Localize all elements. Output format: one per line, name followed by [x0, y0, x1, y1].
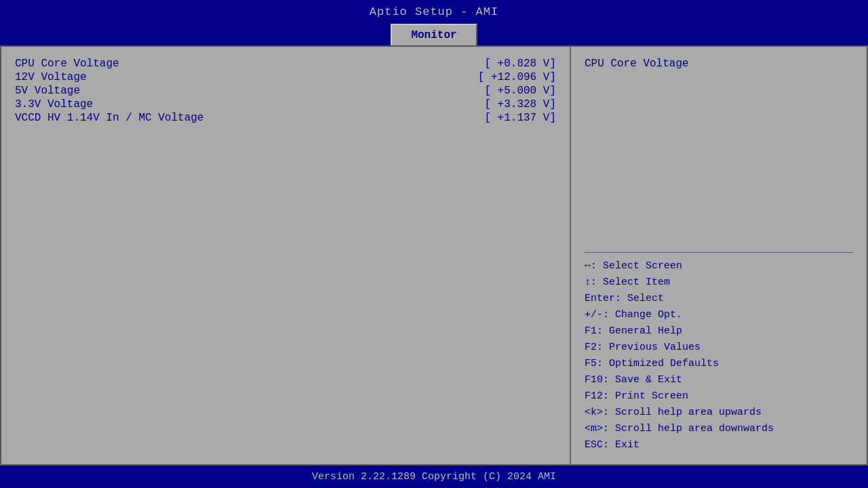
- voltage-value-0: [ +0.828 V]: [484, 58, 556, 70]
- app: Aptio Setup - AMI Monitor CPU Core Volta…: [0, 0, 868, 488]
- key-help-row-7: F10: Save & Exit: [585, 372, 853, 388]
- voltage-value-1: [ +12.096 V]: [478, 71, 556, 83]
- key-help-row-11: ESC: Exit: [585, 437, 853, 453]
- key-help-row-1: ↕: Select Item: [585, 274, 853, 291]
- key-help-row-9: <k>: Scroll help area upwards: [585, 405, 853, 421]
- voltage-row-1: 12V Voltage[ +12.096 V]: [15, 71, 556, 83]
- voltage-row-3: 3.3V Voltage[ +3.328 V]: [15, 98, 556, 110]
- key-help-row-10: <m>: Scroll help area downwards: [585, 421, 853, 437]
- divider: [585, 252, 853, 253]
- key-help-row-6: F5: Optimized Defaults: [585, 356, 853, 372]
- help-description: [585, 78, 853, 247]
- key-help-row-3: +/-: Change Opt.: [585, 307, 853, 323]
- voltage-label-0: CPU Core Voltage: [15, 58, 119, 70]
- help-title: CPU Core Voltage: [585, 58, 853, 70]
- key-help: ↔: Select Screen↕: Select ItemEnter: Sel…: [585, 258, 853, 453]
- voltage-row-0: CPU Core Voltage[ +0.828 V]: [15, 58, 556, 70]
- voltage-value-3: [ +3.328 V]: [484, 98, 556, 110]
- voltage-label-4: VCCD HV 1.14V In / MC Voltage: [15, 112, 203, 124]
- voltage-label-3: 3.3V Voltage: [15, 98, 93, 110]
- key-help-row-4: F1: General Help: [585, 323, 853, 340]
- tab-monitor[interactable]: Monitor: [391, 24, 477, 45]
- app-title: Aptio Setup - AMI: [370, 5, 498, 18]
- key-help-row-0: ↔: Select Screen: [585, 258, 853, 274]
- voltage-label-1: 12V Voltage: [15, 71, 87, 83]
- title-bar: Aptio Setup - AMI: [0, 0, 868, 24]
- footer-text: Version 2.22.1289 Copyright (C) 2024 AMI: [312, 471, 556, 483]
- left-panel: CPU Core Voltage[ +0.828 V]12V Voltage[ …: [1, 47, 571, 464]
- voltage-value-2: [ +5.000 V]: [484, 85, 556, 97]
- voltage-row-2: 5V Voltage[ +5.000 V]: [15, 85, 556, 97]
- voltage-row-4: VCCD HV 1.14V In / MC Voltage[ +1.137 V]: [15, 112, 556, 124]
- key-help-row-8: F12: Print Screen: [585, 388, 853, 405]
- tab-bar: Monitor: [0, 24, 868, 45]
- footer: Version 2.22.1289 Copyright (C) 2024 AMI: [0, 466, 868, 488]
- voltage-label-2: 5V Voltage: [15, 85, 80, 97]
- key-help-row-2: Enter: Select: [585, 291, 853, 307]
- main-content: CPU Core Voltage[ +0.828 V]12V Voltage[ …: [0, 45, 868, 466]
- voltage-value-4: [ +1.137 V]: [484, 112, 556, 124]
- right-panel: CPU Core Voltage ↔: Select Screen↕: Sele…: [571, 47, 867, 464]
- key-help-row-5: F2: Previous Values: [585, 340, 853, 356]
